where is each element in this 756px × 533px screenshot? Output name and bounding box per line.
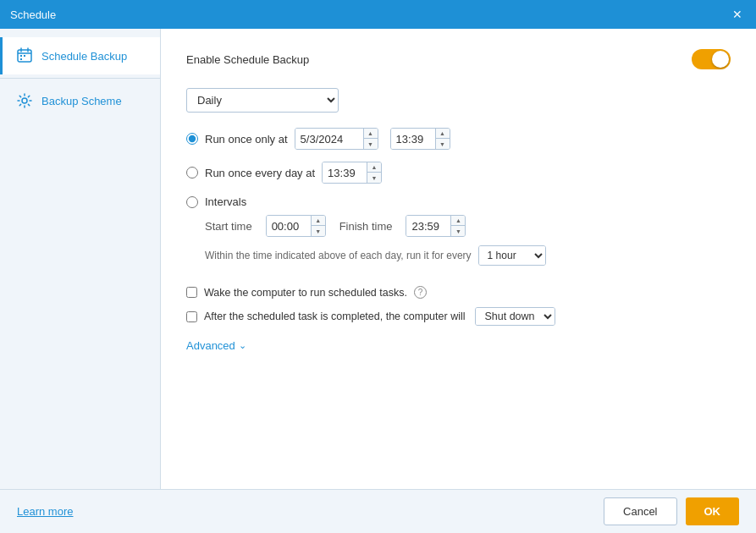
date-input-run-once: ▲ ▼ — [295, 128, 378, 150]
advanced-label: Advanced — [186, 339, 235, 352]
svg-rect-6 — [20, 58, 22, 60]
radio-row-every-day: Run once every day at ▲ ▼ — [186, 162, 731, 184]
chevron-down-icon: ⌄ — [239, 340, 246, 351]
wake-computer-checkbox[interactable] — [186, 287, 197, 298]
interval-desc-text: Within the time indicated above of each … — [205, 250, 472, 261]
sidebar: Schedule Backup Backup Scheme — [0, 29, 161, 489]
time-input-every-day: ▲ ▼ — [322, 162, 382, 184]
after-task-label: After the scheduled task is completed, t… — [204, 310, 465, 322]
radio-intervals[interactable] — [186, 196, 198, 208]
svg-rect-5 — [24, 55, 25, 57]
radio-label-run-once: Run once only at — [205, 133, 288, 146]
main-area: Schedule Backup Backup Scheme Enable Sch… — [0, 29, 756, 489]
sidebar-label-scheme: Backup Scheme — [41, 95, 122, 107]
ok-button[interactable]: OK — [686, 497, 740, 525]
time-spin-down-every-day[interactable]: ▼ — [367, 173, 381, 183]
interval-dropdown-wrap: 1 hour 2 hours 3 hours 6 hours 12 hours — [478, 245, 546, 266]
start-time-spinners: ▲ ▼ — [311, 216, 325, 236]
schedule-type-row: Daily Weekly Monthly — [186, 88, 731, 113]
cancel-button[interactable]: Cancel — [604, 497, 676, 525]
radio-label-every-day: Run once every day at — [205, 167, 315, 179]
svg-point-7 — [22, 98, 27, 103]
start-time-input: ▲ ▼ — [266, 215, 326, 237]
radio-row-run-once: Run once only at ▲ ▼ ▲ ▼ — [186, 128, 731, 150]
svg-rect-4 — [20, 55, 22, 57]
finish-time-input: ▲ ▼ — [406, 215, 466, 237]
shutdown-dropdown[interactable]: Shut down Sleep Hibernate Do nothing — [476, 308, 555, 325]
footer: Learn more Cancel OK — [0, 489, 756, 533]
start-time-field[interactable] — [267, 216, 311, 236]
content-area: Enable Schedule Backup Daily Weekly Mont… — [161, 29, 756, 489]
start-time-label: Start time — [205, 220, 252, 233]
finish-time-field[interactable] — [406, 216, 450, 236]
advanced-link[interactable]: Advanced ⌄ — [186, 339, 731, 352]
time-spin-up-every-day[interactable]: ▲ — [367, 162, 381, 173]
time-input-run-once: ▲ ▼ — [390, 128, 450, 150]
help-icon[interactable]: ? — [414, 286, 427, 299]
time-field-run-once[interactable] — [391, 129, 435, 149]
enable-toggle[interactable] — [692, 49, 731, 69]
date-spin-up[interactable]: ▲ — [364, 129, 378, 139]
date-spin-down[interactable]: ▼ — [364, 139, 378, 149]
titlebar: Schedule ✕ — [0, 0, 756, 29]
time-spin-up-run-once[interactable]: ▲ — [436, 129, 450, 139]
finish-spin-down[interactable]: ▼ — [451, 226, 465, 236]
sidebar-divider — [0, 78, 160, 79]
enable-label: Enable Schedule Backup — [186, 53, 309, 66]
date-field[interactable] — [295, 129, 363, 149]
shutdown-dropdown-wrap: Shut down Sleep Hibernate Do nothing — [475, 307, 555, 326]
time-field-every-day[interactable] — [323, 162, 367, 183]
wake-computer-row: Wake the computer to run scheduled tasks… — [186, 286, 731, 299]
finish-time-label: Finish time — [339, 220, 393, 233]
schedule-dialog: Schedule ✕ Schedule Backup — [0, 0, 756, 533]
sidebar-label-schedule: Schedule Backup — [41, 50, 127, 63]
radio-row-intervals: Intervals — [186, 195, 731, 208]
enable-row: Enable Schedule Backup — [186, 49, 731, 69]
start-spin-up[interactable]: ▲ — [312, 216, 325, 226]
sidebar-item-backup-scheme[interactable]: Backup Scheme — [0, 82, 160, 119]
radio-run-once[interactable] — [186, 133, 198, 145]
close-button[interactable]: ✕ — [729, 6, 746, 23]
radio-row-intervals-wrap: Intervals Start time ▲ ▼ — [186, 195, 731, 271]
intervals-section: Start time ▲ ▼ Finish time — [186, 212, 731, 266]
toggle-knob — [712, 51, 729, 68]
radio-every-day[interactable] — [186, 167, 198, 179]
interval-desc-row: Within the time indicated above of each … — [205, 245, 731, 266]
sidebar-item-schedule-backup[interactable]: Schedule Backup — [0, 37, 160, 74]
after-task-row: After the scheduled task is completed, t… — [186, 307, 731, 326]
dialog-title: Schedule — [10, 8, 56, 21]
interval-dropdown[interactable]: 1 hour 2 hours 3 hours 6 hours 12 hours — [479, 246, 545, 265]
learn-more-link[interactable]: Learn more — [17, 505, 73, 518]
wake-computer-label: Wake the computer to run scheduled tasks… — [204, 287, 407, 299]
finish-spin-up[interactable]: ▲ — [451, 216, 465, 226]
radio-group: Run once only at ▲ ▼ ▲ ▼ — [186, 128, 731, 271]
radio-label-intervals: Intervals — [205, 195, 246, 208]
after-task-checkbox[interactable] — [186, 311, 197, 322]
time-spin-down-run-once[interactable]: ▼ — [436, 139, 450, 149]
time-spinners-every-day: ▲ ▼ — [367, 162, 381, 183]
footer-buttons: Cancel OK — [604, 497, 739, 525]
finish-time-spinners: ▲ ▼ — [450, 216, 465, 236]
gear-icon — [16, 92, 33, 109]
time-spinners-run-once: ▲ ▼ — [435, 129, 450, 149]
start-finish-row: Start time ▲ ▼ Finish time — [205, 212, 731, 237]
schedule-type-dropdown[interactable]: Daily Weekly Monthly — [186, 88, 339, 113]
date-spinners: ▲ ▼ — [363, 129, 378, 149]
calendar-icon — [16, 47, 33, 64]
start-spin-down[interactable]: ▼ — [312, 226, 325, 236]
